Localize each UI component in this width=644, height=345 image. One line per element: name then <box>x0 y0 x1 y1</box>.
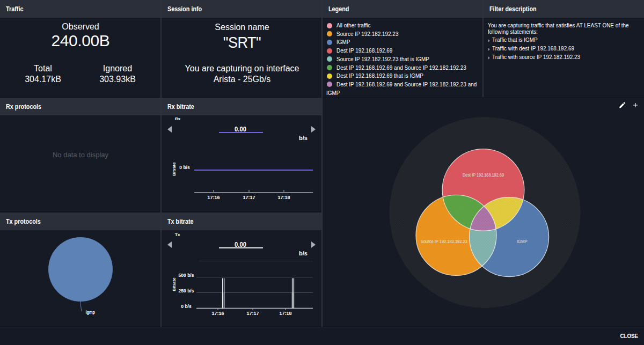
svg-text:igmp: igmp <box>86 310 96 315</box>
svg-text:Dest IP 192.168.192.69: Dest IP 192.168.192.69 <box>463 172 504 178</box>
svg-text:Source IP 192.182.192.23: Source IP 192.182.192.23 <box>421 239 467 244</box>
svg-text:IGMP: IGMP <box>517 239 528 244</box>
